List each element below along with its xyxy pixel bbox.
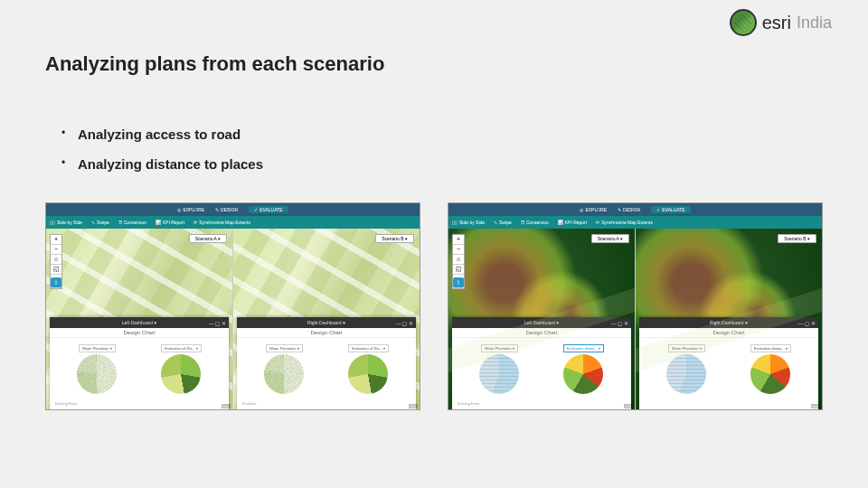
pie-chart bbox=[666, 354, 706, 394]
dash-header: Left Dashboard ♥— ◻ ✕ bbox=[452, 317, 631, 328]
zoom-controls[interactable]: +−⌂◱i bbox=[452, 234, 465, 289]
globe-icon bbox=[730, 9, 757, 36]
tool-kpi[interactable]: 📊 KPI Report bbox=[156, 220, 184, 225]
metric-select[interactable]: Water Plantation ▾ bbox=[266, 344, 303, 352]
scenario-select-a[interactable]: Scenario A ▾ bbox=[591, 234, 629, 243]
dash-foot: Facilities bbox=[237, 399, 416, 408]
tool-sync[interactable]: ⟳ Synchronize Map Extents bbox=[596, 220, 653, 225]
tool-sidebyside[interactable]: ▯▯ Side by Side bbox=[452, 220, 485, 225]
bullet-item: Analyzing distance to places bbox=[78, 156, 263, 172]
screenshot-left: ◎ EXPLORE ✎ DESIGN ✓ EVALUATE ▯▯ Side by… bbox=[45, 202, 420, 410]
scenario-select-b[interactable]: Scenario B ▾ bbox=[375, 234, 414, 243]
dash-title: Design Chart bbox=[639, 328, 818, 338]
brand-region: India bbox=[797, 14, 832, 33]
tool-swipe[interactable]: ⤡ Swipe bbox=[91, 220, 109, 225]
map-attribution: esri bbox=[222, 404, 231, 408]
app-navbar: ◎ EXPLORE ✎ DESIGN ✓ EVALUATE bbox=[448, 203, 822, 216]
window-controls[interactable]: — ◻ ✕ bbox=[209, 320, 226, 326]
brand-logo: esri India bbox=[730, 9, 832, 36]
eval-toolbar: ▯▯ Side by Side ⤡ Swipe ☰ Consensus 📊 KP… bbox=[46, 216, 420, 229]
pie-chart bbox=[563, 354, 603, 394]
metric-select[interactable]: Evaluation distan... ▾ bbox=[750, 344, 791, 352]
pie-chart bbox=[348, 354, 388, 394]
brand-name: esri bbox=[762, 13, 791, 33]
tool-consensus[interactable]: ☰ Consensus bbox=[521, 220, 549, 225]
map-right[interactable]: Scenario B ▾ Right Dashboard ♥— ◻ ✕ Desi… bbox=[636, 229, 822, 409]
tool-swipe[interactable]: ⤡ Swipe bbox=[494, 220, 512, 225]
dash-header: Left Dashboard ♥— ◻ ✕ bbox=[50, 317, 229, 328]
scenario-select-a[interactable]: Scenario A ▾ bbox=[189, 234, 227, 243]
eval-toolbar: ▯▯ Side by Side ⤡ Swipe ☰ Consensus 📊 KP… bbox=[448, 216, 822, 229]
map-left[interactable]: +−⌂◱i Scenario A ▾ Left Dashboard ♥— ◻ ✕… bbox=[448, 229, 635, 409]
nav-evaluate[interactable]: ✓ EVALUATE bbox=[249, 206, 288, 213]
map-attribution: esri bbox=[624, 404, 633, 408]
metric-select[interactable]: Water Plantation ▾ bbox=[481, 344, 518, 352]
screenshot-row: ◎ EXPLORE ✎ DESIGN ✓ EVALUATE ▯▯ Side by… bbox=[45, 202, 823, 410]
tool-sync[interactable]: ⟳ Synchronize Map Extents bbox=[193, 220, 250, 225]
nav-explore[interactable]: ◎ EXPLORE bbox=[177, 207, 204, 212]
window-controls[interactable]: — ◻ ✕ bbox=[798, 320, 816, 326]
metric-select[interactable]: Evaluation of Dis... ▾ bbox=[348, 344, 388, 352]
dash-foot bbox=[639, 399, 818, 408]
map-left[interactable]: +−⌂◱i Scenario A ▾ Left Dashboard ♥— ◻ ✕… bbox=[46, 229, 232, 409]
nav-design[interactable]: ✎ DESIGN bbox=[215, 207, 238, 212]
left-dashboard: Left Dashboard ♥— ◻ ✕ Design Chart Water… bbox=[452, 317, 631, 409]
dash-foot: Existing Farm bbox=[50, 399, 229, 408]
screenshot-right: ◎ EXPLORE ✎ DESIGN ✓ EVALUATE ▯▯ Side by… bbox=[448, 202, 823, 410]
nav-design[interactable]: ✎ DESIGN bbox=[618, 207, 640, 212]
pie-chart bbox=[264, 354, 304, 394]
metric-select[interactable]: Water Plantation ▾ bbox=[668, 344, 705, 352]
pie-chart bbox=[479, 354, 519, 394]
window-controls[interactable]: — ◻ ✕ bbox=[396, 320, 413, 326]
nav-explore[interactable]: ◎ EXPLORE bbox=[580, 207, 607, 212]
dash-title: Design Chart bbox=[452, 328, 631, 338]
scenario-select-b[interactable]: Scenario B ▾ bbox=[778, 234, 816, 243]
dash-header: Right Dashboard ♥— ◻ ✕ bbox=[237, 317, 416, 328]
map-compare: +−⌂◱i Scenario A ▾ Left Dashboard ♥— ◻ ✕… bbox=[46, 229, 420, 409]
metric-select[interactable]: Water Plantation ▾ bbox=[79, 344, 116, 352]
zoom-controls[interactable]: +−⌂◱i bbox=[50, 234, 62, 289]
map-attribution: esri bbox=[409, 404, 418, 408]
right-dashboard: Right Dashboard ♥— ◻ ✕ Design Chart Wate… bbox=[639, 317, 818, 409]
pie-chart bbox=[161, 354, 201, 394]
pie-chart bbox=[77, 354, 117, 394]
app-navbar: ◎ EXPLORE ✎ DESIGN ✓ EVALUATE bbox=[46, 203, 420, 216]
map-right[interactable]: Scenario B ▾ Right Dashboard ♥— ◻ ✕ Desi… bbox=[233, 229, 420, 409]
dash-title: Design Chart bbox=[50, 328, 229, 338]
page-title: Analyzing plans from each scenario bbox=[45, 52, 384, 76]
tool-consensus[interactable]: ☰ Consensus bbox=[118, 220, 146, 225]
metric-select[interactable]: Evaluation distan... ▾ bbox=[563, 344, 604, 352]
tool-sidebyside[interactable]: ▯▯ Side by Side bbox=[50, 220, 82, 225]
map-attribution: esri bbox=[811, 404, 820, 408]
bullet-list: Analyzing access to road Analyzing dista… bbox=[78, 127, 263, 186]
left-dashboard: Left Dashboard ♥— ◻ ✕ Design Chart Water… bbox=[50, 317, 229, 409]
pie-chart bbox=[750, 354, 790, 394]
right-dashboard: Right Dashboard ♥— ◻ ✕ Design Chart Wate… bbox=[237, 317, 416, 409]
dash-header: Right Dashboard ♥— ◻ ✕ bbox=[639, 317, 818, 328]
dash-foot: Existing Farm bbox=[452, 399, 631, 408]
bullet-item: Analyzing access to road bbox=[78, 127, 263, 142]
dash-title: Design Chart bbox=[237, 328, 416, 338]
metric-select[interactable]: Evaluation of Dis... ▾ bbox=[161, 344, 201, 352]
tool-kpi[interactable]: 📊 KPI Report bbox=[558, 220, 587, 225]
window-controls[interactable]: — ◻ ✕ bbox=[611, 320, 628, 326]
nav-evaluate[interactable]: ✓ EVALUATE bbox=[651, 206, 690, 213]
map-compare: +−⌂◱i Scenario A ▾ Left Dashboard ♥— ◻ ✕… bbox=[448, 229, 822, 409]
